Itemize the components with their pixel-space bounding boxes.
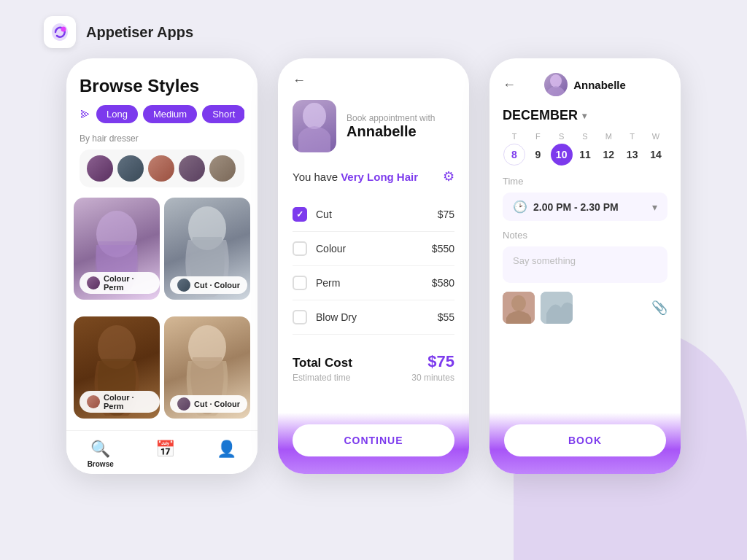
svg-point-8 — [511, 295, 526, 311]
service-name-colour: Colour — [316, 243, 423, 254]
hairdresser-avatars — [80, 149, 244, 187]
app-title: Appetiser Apps — [86, 24, 193, 41]
style-card-label-2: Cut · Colour — [170, 276, 247, 294]
service-row-perm[interactable]: Perm $580 — [293, 266, 454, 300]
settings-icon[interactable]: ⚙ — [443, 168, 454, 184]
phone3-stylist-name: Annabelle — [573, 79, 626, 91]
nav-browse-label: Browse — [88, 460, 114, 468]
service-checkbox-colour[interactable] — [293, 241, 307, 256]
style-card-4[interactable]: Cut · Colour — [164, 316, 250, 419]
service-name-cut: Cut — [316, 209, 429, 220]
service-name-blowdry: Blow Dry — [316, 311, 429, 323]
style-card-label-3: Colour · Perm — [80, 391, 160, 413]
svg-point-5 — [303, 103, 326, 129]
time-label: Time — [503, 176, 667, 187]
notes-section: Notes Say something — [503, 230, 667, 283]
service-price-cut: $75 — [438, 209, 454, 220]
service-checkbox-perm[interactable] — [293, 276, 307, 290]
service-row-cut[interactable]: Cut $75 — [293, 198, 454, 232]
phone-schedule: ← Annabelle DECEMBER ▾ — [489, 58, 681, 474]
filter-bar: ⫸ Long Medium Short Ver… — [80, 105, 244, 123]
phone3-stylist-avatar — [544, 73, 568, 96]
hd-avatar-3[interactable] — [148, 155, 174, 182]
services-list: Cut $75 Colour $550 Perm $580 Blow Dry $… — [293, 198, 454, 335]
svg-point-6 — [550, 74, 562, 88]
browse-title: Browse Styles — [80, 76, 244, 96]
month-chevron[interactable]: ▾ — [582, 111, 587, 121]
phone-booking: ← Book appointment with Annabelle You ha — [278, 58, 469, 474]
profile-icon: 👤 — [217, 440, 236, 459]
browse-icon: 🔍 — [90, 440, 110, 459]
back-button-2[interactable]: ← — [293, 73, 454, 88]
total-row: Total Cost $75 — [293, 352, 454, 371]
estimated-value: 30 minutes — [411, 373, 454, 383]
nav-profile[interactable]: 👤 — [217, 440, 236, 459]
back-button-3[interactable]: ← — [503, 77, 516, 93]
hair-type-text: You have Very Long Hair — [293, 171, 418, 183]
cal-day-9[interactable]: F 9 — [526, 132, 549, 166]
phone2-content: ← Book appointment with Annabelle You ha — [278, 58, 469, 413]
cal-day-10[interactable]: S 10 — [550, 132, 573, 166]
service-checkbox-blowdry[interactable] — [293, 310, 307, 324]
book-button[interactable]: BOOK — [504, 424, 666, 456]
style-card-label-4: Cut · Colour — [170, 395, 247, 413]
service-row-blowdry[interactable]: Blow Dry $55 — [293, 300, 454, 335]
style-card-2[interactable]: Cut · Colour — [164, 198, 250, 300]
total-label: Total Cost — [293, 356, 352, 370]
book-text: Book appointment with — [347, 113, 435, 123]
continue-button[interactable]: CONTINUE — [293, 424, 454, 456]
phone3-bottom: BOOK — [489, 413, 681, 474]
month-label: DECEMBER ▾ — [503, 108, 667, 123]
hd-avatar-1[interactable] — [87, 155, 113, 182]
phone3-stylist-mini: Annabelle — [544, 73, 626, 96]
filter-chip-short[interactable]: Short — [202, 105, 244, 123]
cal-day-12[interactable]: M 12 — [597, 132, 620, 166]
cal-day-14[interactable]: W 14 — [644, 132, 667, 166]
total-section: Total Cost $75 Estimated time 30 minutes — [293, 345, 454, 389]
style-card-1[interactable]: Colour · Perm — [74, 198, 160, 300]
service-price-blowdry: $55 — [438, 311, 454, 323]
notes-input[interactable]: Say something — [503, 246, 667, 283]
calendar-icon: 📅 — [155, 440, 175, 459]
service-price-colour: $550 — [432, 243, 454, 254]
filter-icon[interactable]: ⫸ — [80, 108, 91, 121]
stylist-info: Book appointment with Annabelle — [347, 113, 435, 140]
time-chevron[interactable]: ▾ — [652, 201, 657, 213]
filter-chip-medium[interactable]: Medium — [143, 105, 197, 123]
cal-day-8[interactable]: T 8 — [503, 132, 526, 166]
phone1-content: Browse Styles ⫸ Long Medium Short Ver… B… — [66, 58, 258, 430]
phone-browse: Browse Styles ⫸ Long Medium Short Ver… B… — [66, 58, 258, 474]
filter-chip-long[interactable]: Long — [96, 105, 138, 123]
stylist-header: Book appointment with Annabelle — [293, 100, 454, 152]
phone3-header: ← Annabelle — [503, 73, 667, 96]
style-card-label-1: Colour · Perm — [80, 272, 160, 294]
cal-day-13[interactable]: T 13 — [621, 132, 644, 166]
total-amount: $75 — [427, 352, 454, 371]
svg-point-0 — [61, 27, 66, 32]
attachments-row: 📎 — [503, 292, 667, 324]
service-price-perm: $580 — [432, 277, 454, 289]
time-selector[interactable]: 🕑 2.00 PM - 2.30 PM ▾ — [503, 192, 667, 221]
style-card-3[interactable]: Colour · Perm — [74, 316, 160, 419]
hd-avatar-4[interactable] — [179, 155, 205, 182]
nav-calendar[interactable]: 📅 — [155, 440, 175, 459]
stylist-avatar — [293, 100, 336, 152]
clock-icon: 🕑 — [513, 200, 527, 214]
notes-label: Notes — [503, 230, 667, 241]
attachment-thumb-1[interactable] — [503, 292, 535, 324]
app-logo — [44, 16, 76, 48]
phone1-top: Browse Styles ⫸ Long Medium Short Ver… B… — [66, 58, 258, 198]
attachment-thumb-2[interactable] — [541, 292, 573, 324]
service-row-colour[interactable]: Colour $550 — [293, 232, 454, 266]
nav-browse[interactable]: 🔍 Browse — [88, 440, 114, 468]
hd-avatar-5[interactable] — [209, 155, 236, 182]
hd-avatar-2[interactable] — [117, 155, 144, 182]
service-checkbox-cut[interactable] — [293, 207, 307, 222]
attachment-icon[interactable]: 📎 — [651, 300, 667, 316]
phones-container: Browse Styles ⫸ Long Medium Short Ver… B… — [0, 58, 747, 474]
time-section: Time 🕑 2.00 PM - 2.30 PM ▾ — [503, 176, 667, 221]
cal-day-11[interactable]: S 11 — [573, 132, 597, 166]
calendar-row: T 8 F 9 S 10 S 11 M 12 — [503, 132, 667, 166]
hairdresser-label: By hair dresser — [80, 133, 244, 144]
hair-type-row: You have Very Long Hair ⚙ — [293, 168, 454, 184]
